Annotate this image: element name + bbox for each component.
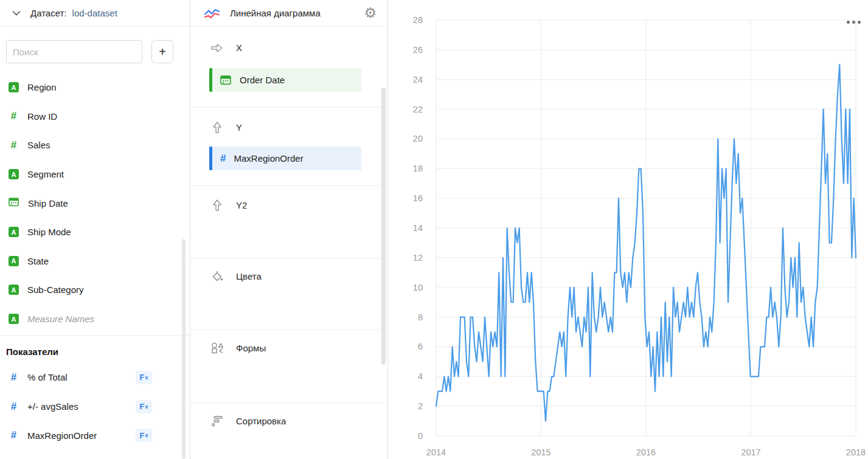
section-y-label: Y xyxy=(236,122,242,133)
left-panel-scrollbar[interactable] xyxy=(182,239,186,459)
measure-row-avg-sales[interactable]: # +/- avgSales Fx xyxy=(0,392,190,421)
measure-label: MaxRegionOrder xyxy=(27,430,97,441)
measure-field-icon: # xyxy=(9,401,19,413)
section-colors-label: Цвета xyxy=(236,271,262,281)
dataset-name-link[interactable]: lod-dataset xyxy=(72,8,117,18)
divider xyxy=(0,335,190,336)
line-chart-type-icon[interactable] xyxy=(204,7,220,19)
section-sorting: Сортировка xyxy=(191,415,387,427)
x-field-chip-order-date[interactable]: Order Date xyxy=(209,68,361,92)
add-field-button[interactable]: + xyxy=(151,40,173,63)
number-field-icon: # xyxy=(9,110,19,122)
field-label: Ship Date xyxy=(28,198,68,209)
field-row-ship-date[interactable]: Ship Date xyxy=(0,188,190,218)
svg-text:8: 8 xyxy=(418,312,423,322)
formula-icon[interactable]: Fx xyxy=(136,400,152,413)
svg-text:4: 4 xyxy=(418,371,423,381)
formula-icon[interactable]: Fx xyxy=(136,371,152,384)
section-sorting-label: Сортировка xyxy=(236,416,286,426)
svg-text:6: 6 xyxy=(418,342,423,351)
measure-row-max-region-order[interactable]: # MaxRegionOrder Fx xyxy=(0,421,190,450)
formula-icon[interactable]: Fx xyxy=(136,429,152,442)
section-y2: Y2 xyxy=(191,198,387,212)
config-panel-scrollbar[interactable] xyxy=(381,88,386,365)
section-x-label: X xyxy=(236,43,242,53)
chart-panel: 0246810121416182022242628201420152016201… xyxy=(388,0,868,459)
y-field-label: MaxRegionOrder xyxy=(234,153,303,164)
dataset-label: Датасет: xyxy=(30,8,67,18)
string-field-icon: A xyxy=(9,314,19,324)
field-search-row: + xyxy=(6,40,184,63)
svg-text:12: 12 xyxy=(413,253,423,263)
string-field-icon: A xyxy=(9,285,19,295)
svg-text:2016: 2016 xyxy=(636,447,656,457)
svg-text:2014: 2014 xyxy=(426,447,446,457)
divider xyxy=(191,185,387,186)
search-input[interactable] xyxy=(6,40,142,63)
field-row-segment[interactable]: A Segment xyxy=(0,160,190,189)
section-y2-label: Y2 xyxy=(236,200,247,210)
field-label: Measure Names xyxy=(27,314,94,324)
arrow-right-icon xyxy=(210,43,224,53)
chart-config-panel: Линейная диаграмма ⚙ X Order Date Y # Ma… xyxy=(191,0,388,459)
field-label: Sales xyxy=(27,140,50,150)
arrow-up-icon xyxy=(210,120,224,134)
measure-label: +/- avgSales xyxy=(27,401,78,412)
field-row-row-id[interactable]: # Row ID xyxy=(0,102,190,131)
paint-bucket-icon xyxy=(210,271,224,282)
y-field-chip-max-region-order[interactable]: # MaxRegionOrder xyxy=(209,147,361,170)
svg-text:10: 10 xyxy=(413,283,423,292)
datalens-wizard-window: { "colors": { "accent_green": "#2fa52f",… xyxy=(0,0,868,459)
section-shapes: Формы xyxy=(191,342,387,354)
svg-text:2018: 2018 xyxy=(846,447,866,457)
field-label: Sub-Category xyxy=(27,285,84,295)
chip-accent-bar xyxy=(209,68,212,92)
line-chart[interactable]: 0246810121416182022242628201420152016201… xyxy=(388,0,868,459)
section-shapes-label: Формы xyxy=(236,343,266,353)
field-row-state[interactable]: A State xyxy=(0,247,190,276)
sort-icon xyxy=(210,415,224,427)
svg-text:24: 24 xyxy=(413,75,423,85)
field-row-region[interactable]: A Region xyxy=(0,73,190,102)
divider xyxy=(191,258,387,258)
field-row-ship-mode[interactable]: A Ship Mode xyxy=(0,218,190,247)
measure-field-icon: # xyxy=(220,153,226,165)
section-colors: Цвета xyxy=(191,271,387,282)
svg-text:18: 18 xyxy=(413,164,423,173)
measure-field-icon: # xyxy=(9,371,19,384)
svg-text:26: 26 xyxy=(413,45,423,55)
arrow-up-icon xyxy=(210,198,224,212)
svg-text:14: 14 xyxy=(413,223,423,233)
field-label: Segment xyxy=(27,169,64,179)
x-field-label: Order Date xyxy=(240,75,285,85)
field-row-measure-names[interactable]: A Measure Names xyxy=(0,305,190,334)
chevron-down-icon[interactable] xyxy=(12,10,21,16)
field-label: Ship Mode xyxy=(27,227,71,237)
svg-text:22: 22 xyxy=(413,105,423,114)
section-y: Y xyxy=(191,120,387,134)
svg-text:16: 16 xyxy=(413,193,423,203)
divider xyxy=(191,107,387,108)
section-x: X xyxy=(191,43,387,53)
string-field-icon: A xyxy=(9,82,19,92)
svg-text:0: 0 xyxy=(418,431,423,441)
field-label: Region xyxy=(27,82,57,92)
dataset-panel: Датасет: lod-dataset + A Region # Row ID… xyxy=(0,0,190,459)
field-row-sub-category[interactable]: A Sub-Category xyxy=(0,275,190,305)
divider xyxy=(191,402,387,403)
field-label: State xyxy=(27,256,49,266)
measure-row-percent-of-total[interactable]: # % of Total Fx xyxy=(0,363,190,392)
calendar-icon xyxy=(9,197,19,209)
chart-type-header: Линейная диаграмма ⚙ xyxy=(191,0,387,27)
dimensions-list: A Region # Row ID # Sales A Segment Ship… xyxy=(0,73,190,333)
measures-section-title: Показатели xyxy=(6,347,58,357)
gear-icon[interactable]: ⚙ xyxy=(364,6,377,20)
measures-list: # % of Total Fx # +/- avgSales Fx # MaxR… xyxy=(0,363,190,450)
measure-label: % of Total xyxy=(27,372,68,382)
shapes-icon xyxy=(210,342,224,354)
svg-text:2015: 2015 xyxy=(531,447,550,457)
divider xyxy=(191,330,387,330)
string-field-icon: A xyxy=(9,256,19,266)
chart-type-title: Линейная диаграмма xyxy=(230,8,321,18)
field-row-sales[interactable]: # Sales xyxy=(0,131,190,160)
